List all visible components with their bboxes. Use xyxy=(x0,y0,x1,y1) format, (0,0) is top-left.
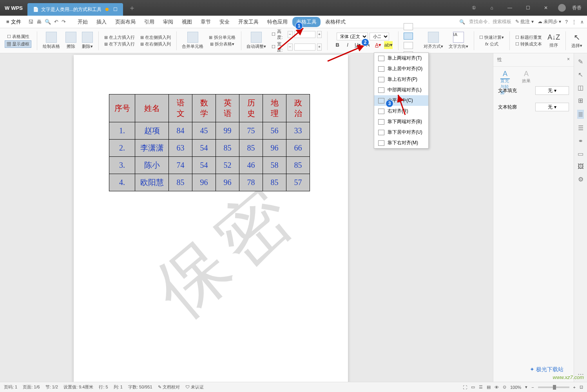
height-inc[interactable]: + xyxy=(317,31,322,38)
proofing[interactable]: ✎ 文档校对 xyxy=(158,384,180,390)
text-outline-select[interactable]: 无 ▾ xyxy=(535,103,569,111)
align-option-4[interactable]: 水平居中(C) xyxy=(374,95,428,106)
table-header[interactable]: 序号 xyxy=(109,94,135,122)
edit-icon[interactable]: ✎ xyxy=(578,58,583,65)
table-cell[interactable]: 1. xyxy=(109,122,135,140)
ribbon-tab-3[interactable]: 引用 xyxy=(140,17,158,27)
badge-icon[interactable]: ① xyxy=(468,5,480,11)
underline-button[interactable]: U▾ xyxy=(353,41,362,49)
highlight-button[interactable]: ab▾ xyxy=(384,41,393,49)
preview-icon[interactable]: 🔍 xyxy=(45,19,51,25)
file-menu[interactable]: ≡ 文件 xyxy=(3,18,24,25)
split-cells-button[interactable]: ⊞ 拆分单元格 xyxy=(209,34,235,40)
text-fill-select[interactable]: 无 ▾ xyxy=(535,86,569,95)
zoom-reset-icon[interactable]: ⊙ xyxy=(503,385,506,390)
width-dec[interactable]: − xyxy=(288,44,293,51)
table-cell[interactable]: 85 xyxy=(169,174,192,191)
table-header[interactable]: 英语 xyxy=(216,94,239,122)
table-cell[interactable]: 74 xyxy=(169,157,192,174)
settings-icon[interactable]: ⚙ xyxy=(578,176,583,183)
table-cell[interactable]: 57 xyxy=(286,174,310,191)
page-count[interactable]: 页面: 1/6 xyxy=(23,384,40,390)
formula-button[interactable]: fx 公式 xyxy=(485,41,498,47)
table-header[interactable]: 历史 xyxy=(239,94,263,122)
panel-close-icon[interactable]: × xyxy=(567,56,570,63)
quick-calc-button[interactable]: ☐ 快速计算▾ xyxy=(479,34,504,40)
nav-icon[interactable]: ☰ xyxy=(578,124,583,132)
table-cell[interactable]: 66 xyxy=(286,140,310,157)
table-cell[interactable]: 84 xyxy=(169,122,192,140)
font-color-button[interactable]: A▾ xyxy=(374,41,382,49)
gift-icon[interactable]: ⌂ xyxy=(486,5,498,11)
select-arrow-icon[interactable]: ↖ xyxy=(578,71,583,78)
fill-outline-tab[interactable]: A直充与轮廓 xyxy=(500,70,510,79)
erase-button[interactable]: 擦除 xyxy=(64,32,78,49)
bold-button[interactable]: B xyxy=(333,41,342,49)
align-option-7[interactable]: 靠下居中对齐(U) xyxy=(374,127,428,138)
align-option-3[interactable]: 中部两端对齐(L) xyxy=(374,85,428,95)
align-option-6[interactable]: 靠下两端对齐(B) xyxy=(374,116,428,127)
ribbon-tab-2[interactable]: 页面布局 xyxy=(111,17,140,27)
table-cell[interactable]: 85 xyxy=(286,157,310,174)
insert-row-above[interactable]: ⊞ 在上方插入行 xyxy=(104,34,135,40)
table-cell[interactable]: 3. xyxy=(109,157,135,174)
ribbon-tab-5[interactable]: 视图 xyxy=(178,17,196,27)
width-inc[interactable]: + xyxy=(317,44,322,51)
zoom-level[interactable]: 100% xyxy=(510,385,521,390)
italic-button[interactable]: I xyxy=(343,41,352,49)
table-header[interactable]: 数学 xyxy=(192,94,216,122)
align-option-8[interactable]: 靠下右对齐(M) xyxy=(374,138,428,148)
notes-button[interactable]: ✎ 批注 ▾ xyxy=(515,18,534,25)
ribbon-tab-8[interactable]: 开发工具 xyxy=(234,17,263,27)
close-tab-icon[interactable]: ☐ xyxy=(113,7,118,12)
verify[interactable]: 🛡 未认证 xyxy=(185,384,204,390)
ribbon-tab-4[interactable]: 审阅 xyxy=(159,17,177,27)
table-cell[interactable]: 85 xyxy=(216,140,239,157)
table-cell[interactable]: 96 xyxy=(192,174,216,191)
effect-tab[interactable]: A效果 xyxy=(522,70,531,79)
table-cell[interactable]: 85 xyxy=(239,140,263,157)
image-icon[interactable]: 🖼 xyxy=(578,163,584,170)
word-count[interactable]: 字数: 50/951 xyxy=(128,384,152,390)
height-input[interactable] xyxy=(294,31,315,38)
print-icon[interactable]: 🖶 xyxy=(36,19,42,25)
ribbon-tab-6[interactable]: 章节 xyxy=(197,17,215,27)
table-cell[interactable]: 欧阳慧 xyxy=(135,174,169,191)
table-props-button[interactable]: ☐ 表格属性 xyxy=(7,34,29,40)
align-option-5[interactable]: 右对齐(R) xyxy=(374,106,428,116)
merge-cells-button[interactable]: 合并单元格 xyxy=(180,32,205,49)
table-cell[interactable]: 78 xyxy=(239,174,263,191)
add-tab-button[interactable]: ＋ xyxy=(129,3,136,13)
view-read-icon[interactable]: 👁 xyxy=(495,385,499,390)
align-option-0[interactable]: 靠上两端对齐(T) xyxy=(374,53,428,64)
collapse-ribbon-icon[interactable]: ∧ xyxy=(580,19,584,25)
link-icon[interactable]: ⚭ xyxy=(578,137,583,145)
help-icon[interactable]: ? xyxy=(565,19,568,25)
table-cell[interactable]: 赵项 xyxy=(135,122,169,140)
insert-col-left[interactable]: ⊞ 在左侧插入列 xyxy=(140,34,171,40)
table-cell[interactable]: 96 xyxy=(216,174,239,191)
insert-row-below[interactable]: ⊞ 在下方插入行 xyxy=(104,41,135,47)
user-avatar[interactable] xyxy=(558,4,566,12)
autofit-button[interactable]: 自动调整▾ xyxy=(245,32,268,49)
table-cell[interactable]: 46 xyxy=(239,157,263,174)
search-hint[interactable]: 查找命令、搜索模板 xyxy=(469,18,511,25)
to-text-button[interactable]: ☐ 转换成文本 xyxy=(515,41,542,47)
table-cell[interactable]: 85 xyxy=(263,174,286,191)
ribbon-tab-9[interactable]: 特色应用 xyxy=(263,17,292,27)
table-cell[interactable]: 63 xyxy=(169,140,192,157)
align-option-2[interactable]: 靠上右对齐(P) xyxy=(374,74,428,85)
table-cell[interactable]: 99 xyxy=(216,122,239,140)
table-header[interactable]: 地理 xyxy=(263,94,286,122)
height-dec[interactable]: − xyxy=(288,31,293,38)
section[interactable]: 节: 1/2 xyxy=(45,384,58,390)
table-cell[interactable]: 58 xyxy=(263,157,286,174)
show-gridlines-button[interactable]: ▦ 显示虚框 xyxy=(5,40,31,48)
insert-icon[interactable]: ⊞ xyxy=(578,97,583,104)
ribbon-tab-11[interactable]: 表格样式 xyxy=(321,17,350,27)
table-cell[interactable]: 4. xyxy=(109,174,135,191)
ribbon-tab-0[interactable]: 开始 xyxy=(74,17,92,27)
data-table[interactable]: 序号姓名语文数学英语历史地理政治1.赵项8445997556332.李潇潇635… xyxy=(109,94,310,191)
page-icon[interactable]: ▭ xyxy=(578,150,583,158)
fit-icon[interactable]: ⊡ xyxy=(580,385,583,390)
